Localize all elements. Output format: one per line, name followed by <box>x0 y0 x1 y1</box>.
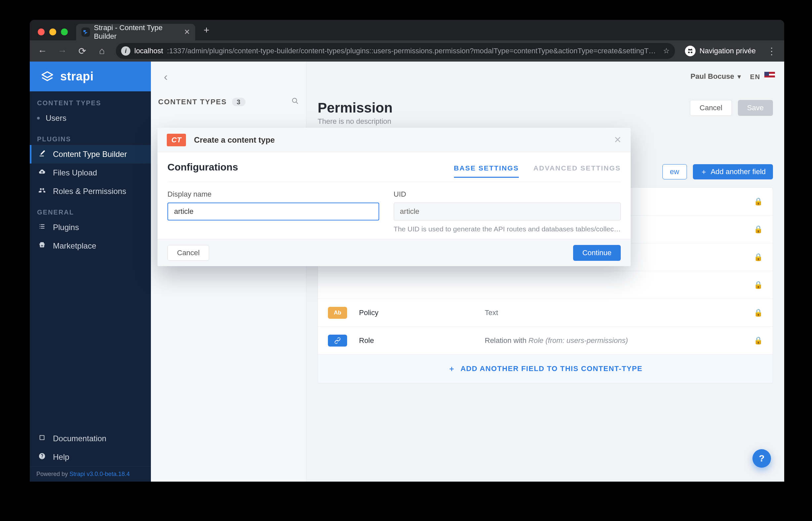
site-info-icon[interactable]: i <box>121 46 130 55</box>
tab-base-settings[interactable]: BASE SETTINGS <box>454 164 519 178</box>
modal-header: CT Create a content type ✕ <box>158 128 631 152</box>
tab-advanced-settings[interactable]: ADVANCED SETTINGS <box>533 164 621 178</box>
bookmark-star-icon[interactable]: ☆ <box>663 47 670 55</box>
close-icon[interactable]: ✕ <box>614 134 621 145</box>
nav-back-icon[interactable]: ← <box>34 42 51 60</box>
macos-traffic-lights <box>38 28 68 36</box>
modal-continue-button[interactable]: Continue <box>573 245 621 261</box>
browser-tab-title: Strapi - Content Type Builder <box>94 23 180 41</box>
display-name-input[interactable] <box>167 203 379 221</box>
browser-toolbar: ← → ⟳ ⌂ i localhost :1337/admin/plugins/… <box>30 40 784 62</box>
nav-home-icon[interactable]: ⌂ <box>93 42 111 60</box>
tab-close-icon[interactable]: ✕ <box>184 28 190 37</box>
window-close-icon[interactable] <box>38 28 45 36</box>
browser-menu-icon[interactable]: ⋮ <box>763 42 780 60</box>
display-name-label: Display name <box>167 190 379 199</box>
window-minimize-icon[interactable] <box>49 28 56 36</box>
modal-tabs: BASE SETTINGS ADVANCED SETTINGS <box>454 164 621 178</box>
url-bar[interactable]: i localhost :1337/admin/plugins/content-… <box>116 43 675 59</box>
nav-forward-icon[interactable]: → <box>54 42 71 60</box>
url-host: localhost <box>134 47 163 55</box>
uid-hint: The UID is used to generate the API rout… <box>394 225 621 233</box>
url-path: :1337/admin/plugins/content-type-builder… <box>167 47 656 55</box>
help-fab-button[interactable]: ? <box>752 449 771 468</box>
nav-reload-icon[interactable]: ⟳ <box>73 42 91 60</box>
browser-tab-strip: Strapi - Content Type Builder ✕ + <box>30 20 784 40</box>
modal-cancel-button[interactable]: Cancel <box>167 245 209 261</box>
modal-section-title: Configurations <box>167 161 238 173</box>
window-zoom-icon[interactable] <box>61 28 68 36</box>
modal-title: Create a content type <box>194 135 275 145</box>
create-content-type-modal: CT Create a content type ✕ Configuration… <box>158 128 631 266</box>
ct-badge-icon: CT <box>167 134 186 146</box>
uid-label: UID <box>394 190 621 199</box>
browser-tab[interactable]: Strapi - Content Type Builder ✕ <box>76 24 195 40</box>
incognito-indicator[interactable]: Navigation privée <box>680 46 760 56</box>
incognito-label: Navigation privée <box>699 47 756 55</box>
favicon-icon <box>82 27 90 37</box>
new-tab-button[interactable]: + <box>199 23 214 38</box>
incognito-icon <box>685 46 696 56</box>
uid-input[interactable] <box>394 203 621 221</box>
modal-overlay: CT Create a content type ✕ Configuration… <box>30 62 784 482</box>
